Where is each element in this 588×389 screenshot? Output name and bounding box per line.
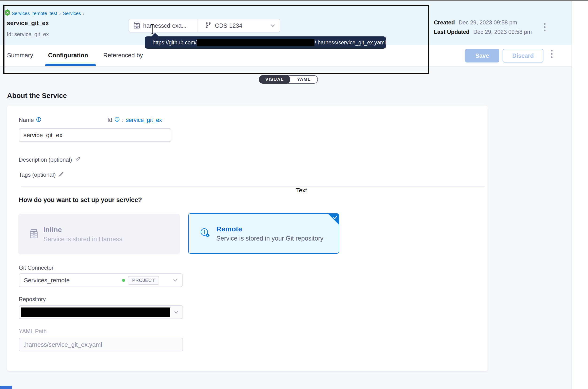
remote-option-card[interactable]: Remote Service is stored in your Git rep…	[188, 213, 339, 254]
service-id-text: Id: service_git_ex	[7, 31, 49, 37]
last-updated-row: Last Updated Dec 29, 2023 09:58 pm	[434, 29, 532, 35]
created-label: Created	[434, 19, 455, 26]
inline-option-description: Service is stored in Harness	[43, 236, 122, 243]
redaction-bar	[197, 39, 314, 46]
toolbar-more-options-icon[interactable]	[551, 50, 553, 58]
setup-question: How do you want to set up your service?	[19, 196, 142, 204]
tooltip-url-suffix: /.harness/service_git_ex.yaml	[315, 39, 386, 46]
cursor-text-annotation: Text	[296, 187, 307, 194]
selected-branch: CDS-1234	[215, 22, 242, 29]
last-updated-label: Last Updated	[434, 29, 470, 35]
active-tab-underline	[45, 64, 96, 66]
section-divider	[21, 186, 484, 187]
page-title: service_git_ex	[7, 20, 49, 27]
id-colon: :	[122, 117, 124, 123]
breadcrumb-services-link[interactable]: Services	[63, 11, 81, 16]
right-margin-panel	[572, 1, 588, 389]
tab-referenced-by[interactable]: Referenced by	[103, 45, 143, 65]
edit-pencil-icon[interactable]	[75, 157, 81, 163]
repository-label: Repository	[19, 296, 46, 303]
section-title: About the Service	[7, 92, 67, 99]
toggle-visual[interactable]: VISUAL	[259, 75, 290, 84]
breadcrumb-project-link[interactable]: Services_remote_test	[12, 11, 57, 16]
id-label: Id	[108, 117, 112, 123]
breadcrumb-separator: ›	[83, 11, 85, 16]
remote-option-description: Service is stored in your Git repository	[216, 235, 323, 242]
git-connector-value: Services_remote	[24, 277, 70, 284]
scope-badge: PROJECT	[128, 276, 159, 285]
created-row: Created Dec 29, 2023 09:58 pm	[434, 19, 532, 26]
redaction-bar	[21, 307, 170, 317]
chevron-down-icon	[270, 23, 276, 29]
toggle-yaml[interactable]: YAML	[290, 76, 317, 83]
created-value: Dec 29, 2023 09:58 pm	[458, 19, 517, 26]
info-icon[interactable]	[114, 117, 120, 123]
tags-label: Tags (optional)	[19, 171, 56, 178]
inline-storage-icon	[30, 229, 38, 239]
description-row: Description (optional)	[19, 157, 81, 163]
bottom-left-artifact	[0, 386, 12, 389]
info-icon[interactable]	[36, 117, 41, 123]
repository-select[interactable]	[19, 305, 183, 319]
remote-git-icon	[199, 227, 211, 240]
git-branch-icon	[205, 22, 212, 29]
chevron-down-icon	[172, 277, 178, 283]
save-button[interactable]: Save	[465, 49, 499, 63]
file-url-tooltip: https://github.com/ /.harness/service_gi…	[145, 36, 386, 49]
description-label: Description (optional)	[19, 157, 72, 163]
inline-option-title: Inline	[43, 226, 122, 234]
tab-configuration[interactable]: Configuration	[48, 45, 88, 65]
edit-pencil-icon[interactable]	[58, 171, 64, 178]
last-updated-value: Dec 29, 2023 09:58 pm	[473, 29, 532, 35]
harness-service-icon	[5, 9, 10, 17]
service-meta: Created Dec 29, 2023 09:58 pm Last Updat…	[434, 19, 532, 35]
breadcrumb: Services_remote_test › Services ›	[12, 11, 84, 16]
discard-button[interactable]: Discard	[503, 49, 543, 63]
git-connector-label: Git Connector	[19, 264, 54, 271]
header-more-options-icon[interactable]	[544, 23, 546, 31]
remote-option-title: Remote	[216, 225, 323, 233]
visual-yaml-toggle: VISUAL YAML	[259, 75, 318, 84]
yaml-path-input	[19, 338, 183, 352]
id-row: Id : service_git_ex	[108, 117, 162, 123]
tab-summary[interactable]: Summary	[7, 45, 33, 65]
text-cursor-pointer	[150, 24, 155, 36]
name-input[interactable]	[19, 128, 171, 142]
git-connector-select[interactable]: Services_remote PROJECT	[19, 273, 183, 287]
service-configuration-page: Services_remote_test › Services › servic…	[0, 0, 588, 389]
inline-option-card[interactable]: Inline Service is stored in Harness	[18, 214, 180, 254]
chevron-down-icon	[173, 309, 179, 315]
breadcrumb-separator: ›	[59, 11, 61, 16]
repository-drawer-icon	[134, 22, 140, 30]
name-label-row: Name	[19, 117, 41, 123]
tooltip-url-prefix: https://github.com/	[153, 39, 197, 46]
id-value-link[interactable]: service_git_ex	[126, 117, 162, 123]
yaml-path-label: YAML Path	[19, 328, 47, 334]
tags-row: Tags (optional)	[19, 171, 64, 178]
connector-status-dot	[122, 279, 125, 282]
name-label: Name	[19, 117, 34, 123]
check-icon	[332, 215, 338, 221]
